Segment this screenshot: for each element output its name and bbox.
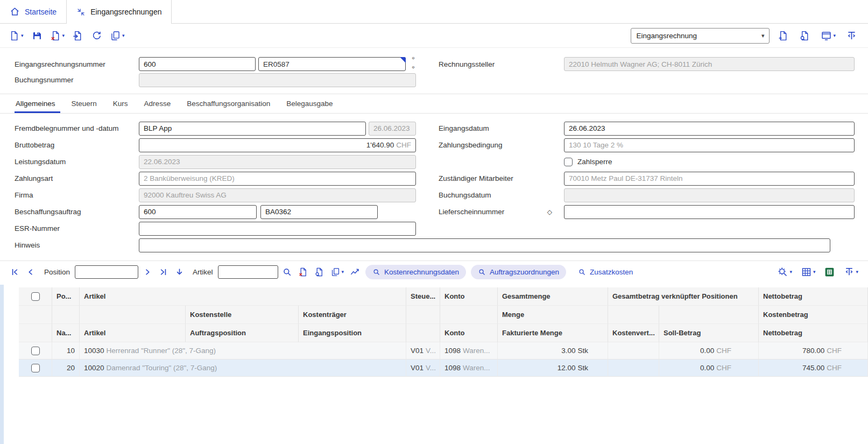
nav-next-button[interactable] [140,266,154,278]
table-row[interactable]: 20 10020 Damenrad "Touring" (28", 7-Gang… [19,360,868,377]
tab-belegausgabe[interactable]: Belegausgabe [278,94,341,113]
artikel-search-button[interactable] [280,266,294,278]
eingangsrechnungsnummer-input[interactable] [139,57,256,71]
copy-icon [110,30,121,41]
gear-search-icon [777,266,788,278]
tab-allgemeines[interactable]: Allgemeines [15,94,63,113]
delete-document-button[interactable]: ▾ [48,29,67,43]
tab-steuern[interactable]: Steuern [63,94,105,113]
zahlungsart-input[interactable] [139,172,416,186]
excel-export-button[interactable] [822,265,837,279]
select-all-checkbox[interactable] [31,292,40,301]
document-arrow-icon [72,30,83,41]
mitarbeiter-label: Zuständiger Mitarbeiter [439,174,564,182]
fit-width-icon [844,266,855,277]
field-options-icon[interactable]: °° [412,55,416,73]
new-document-button[interactable]: ▾ [6,29,26,43]
beschaffungsauftrag-code-input[interactable] [260,205,378,219]
cell-menge: 3.00 Stk [498,342,608,359]
col-artikel-sub: Artikel [80,324,186,342]
cell-kostenvert [608,342,659,359]
buchungsdatum-input [564,188,855,202]
chart-button[interactable] [348,266,362,278]
refresh-button[interactable] [89,29,104,43]
modified-corner-marker [400,57,406,63]
beschaffungsauftrag-nummer-input[interactable] [139,205,257,219]
expand-icon [76,8,86,17]
auftragszuordnungen-button[interactable]: Auftragszuordnungen [471,265,566,279]
zusatzkosten-button[interactable]: Zusatzkosten [571,265,640,279]
copy-document-button[interactable]: ▾ [108,29,127,43]
lieferschein-input[interactable] [564,205,855,219]
tab-eingangsrechnungen[interactable]: Eingangsrechnungen [66,0,172,24]
nav-last-button[interactable] [156,266,171,278]
col-position: Po... [52,287,80,306]
tab-kurs[interactable]: Kurs [105,94,136,113]
copy-position-button[interactable]: ▾ [328,266,347,278]
eingangsrechnungsnummer-fields: ER0587 °° [139,55,416,73]
artikel-search-input[interactable] [218,265,278,279]
search-settings-button[interactable]: ▾ [775,265,794,279]
esr-input[interactable] [139,222,416,236]
position-label: Position [44,268,70,276]
tab-adresse[interactable]: Adresse [136,94,179,113]
table-row[interactable]: 10 10030 Herrenrad "Runner" (28", 7-Gang… [19,342,868,360]
home-icon [10,6,20,17]
bruttobetrag-field[interactable]: 1'640.90 CHF [139,138,416,152]
col-kostenbetrag: Kostenbetrag [759,306,868,324]
mitarbeiter-input[interactable] [564,172,855,186]
col-steuer: Steue... [406,287,440,306]
row-checkbox[interactable] [31,364,40,372]
fremdbelegnummer-input[interactable] [139,122,366,136]
goto-position-button[interactable] [172,266,187,278]
hinweis-input[interactable] [139,238,830,252]
document-search-icon [314,267,324,277]
post-document-button[interactable] [70,29,86,43]
zahlungsart-label: Zahlungsart [15,174,139,182]
tab-startseite[interactable]: Startseite [0,0,66,23]
row-checkbox[interactable] [31,347,40,355]
position-input[interactable] [75,265,138,279]
nav-first-button[interactable] [8,266,22,278]
preview-document-button[interactable] [797,29,813,43]
trend-chart-icon [350,267,360,277]
kostenrechnungsdaten-button[interactable]: Kostenrechnungsdaten [365,265,466,279]
col-na: Na... [52,324,80,342]
search-icon [372,268,380,276]
col-kostenstelle: Kostenstelle [186,306,299,324]
cell-konto: 1098 Waren... [440,342,498,359]
belegcode-field[interactable]: ER0587 [258,57,406,71]
leistungsdatum-label: Leistungsdatum [15,158,139,166]
zahlsperre-checkbox[interactable] [564,158,573,166]
eingangsdatum-input[interactable] [564,122,855,136]
save-button[interactable] [29,29,45,43]
cell-menge: 12.00 Stk [498,360,608,376]
chevron-down-icon: ▾ [21,33,24,38]
preview-position-button[interactable] [312,266,327,278]
chevron-down-icon: ▾ [62,33,65,38]
doc-type-select[interactable]: Eingangsrechnung ▾ [631,28,770,44]
cell-steuer: V01 V... [406,360,440,376]
col-kostentraeger: Kostenträger [299,306,406,324]
nav-first-icon [10,267,20,277]
column-filter-button[interactable]: ▾ [842,265,860,278]
delete-position-button[interactable] [296,266,310,278]
zahlungsbedingung-input[interactable] [564,138,855,152]
chevron-down-icon: ▾ [833,33,836,38]
nav-prev-button[interactable] [24,266,38,278]
window-layout-button[interactable]: ▾ [818,29,838,43]
diamond-icon: ◇ [547,208,559,216]
col-gesamtbetrag: Gesamtbetrag verknüpfter Positionen [608,287,759,306]
new-record-button[interactable] [775,29,791,43]
chevron-down-icon: ▾ [761,32,765,39]
fit-columns-button[interactable] [844,29,859,43]
table-header-row-1: Po... Artikel Steue... Konto Gesamtmenge… [19,287,868,306]
record-header: Eingangsrechnungsnummer ER0587 °° Rechnu… [0,48,868,90]
toolbar-left-group: ▾ ▾ ▾ [6,29,127,43]
window-layout-icon [821,30,832,41]
grid-settings-button[interactable]: ▾ [799,265,818,279]
cell-soll: 0.00 CHF [659,342,759,359]
tab-beschaffungsorganisation[interactable]: Beschaffungsorganisation [179,94,278,113]
arrow-down-icon [174,267,185,277]
esr-label: ESR-Nummer [15,224,139,232]
